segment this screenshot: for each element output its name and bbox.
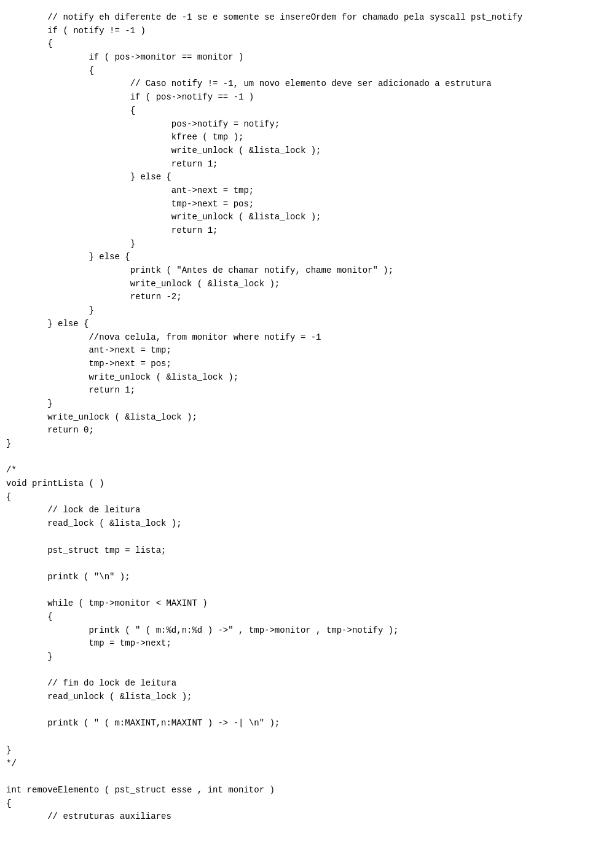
code-container: // notify eh diferente de -1 se e soment…	[0, 6, 590, 868]
code-block: // notify eh diferente de -1 se e soment…	[0, 11, 590, 824]
